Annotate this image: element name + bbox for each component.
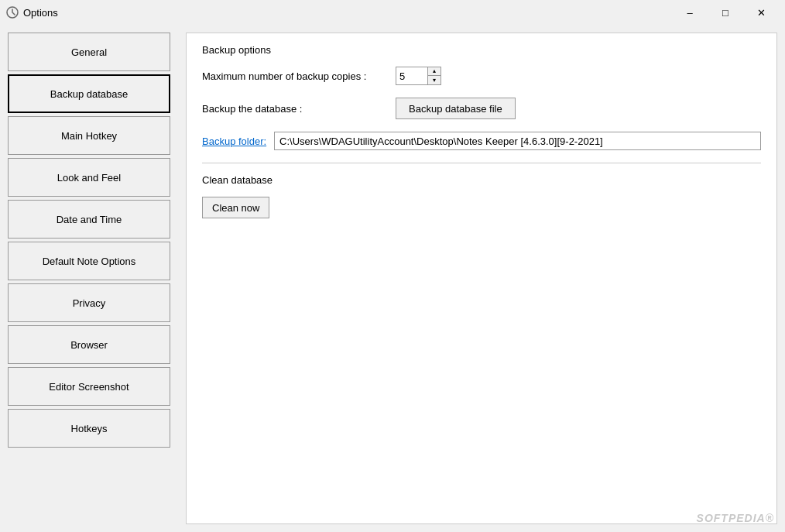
- app-icon: [6, 6, 19, 19]
- max-copies-label: Maximum number of backup copies :: [202, 70, 388, 82]
- backup-database-file-button[interactable]: Backup database file: [396, 98, 516, 119]
- sidebar-item-date-and-time[interactable]: Date and Time: [8, 200, 170, 239]
- window-controls: – □ ✕: [672, 0, 779, 25]
- backup-folder-link[interactable]: Backup folder:: [202, 136, 266, 147]
- clean-now-row: Clean now: [202, 197, 761, 218]
- sidebar-item-hotkeys[interactable]: Hotkeys: [8, 409, 170, 448]
- divider: [202, 163, 761, 163]
- watermark: SOFTPEDIA®: [697, 512, 774, 524]
- clean-now-button[interactable]: Clean now: [202, 197, 269, 218]
- backup-db-label: Backup the database :: [202, 103, 388, 115]
- close-button[interactable]: ✕: [743, 0, 779, 25]
- sidebar-item-backup-database[interactable]: Backup database: [8, 74, 170, 113]
- minimize-button[interactable]: –: [672, 0, 708, 25]
- max-copies-spinbox: ▴ ▾: [396, 67, 441, 85]
- maximize-icon: □: [722, 7, 728, 19]
- sidebar-item-main-hotkey[interactable]: Main Hotkey: [8, 116, 170, 155]
- spinbox-down-button[interactable]: ▾: [428, 76, 440, 84]
- backup-folder-path-input[interactable]: [274, 132, 761, 150]
- minimize-icon: –: [687, 7, 692, 19]
- title-bar: Options – □ ✕: [0, 0, 785, 25]
- backup-options-title: Backup options: [202, 44, 761, 56]
- sidebar-item-browser[interactable]: Browser: [8, 325, 170, 364]
- close-icon: ✕: [757, 7, 766, 19]
- main-content: General Backup database Main Hotkey Look…: [0, 25, 785, 532]
- sidebar-item-default-note-options[interactable]: Default Note Options: [8, 242, 170, 280]
- sidebar-item-look-and-feel[interactable]: Look and Feel: [8, 158, 170, 197]
- clean-database-title: Clean database: [202, 174, 761, 186]
- max-copies-row: Maximum number of backup copies : ▴ ▾: [202, 67, 761, 85]
- backup-db-row: Backup the database : Backup database fi…: [202, 98, 761, 119]
- sidebar-item-general[interactable]: General: [8, 33, 170, 71]
- max-copies-input[interactable]: [396, 67, 427, 84]
- spinbox-arrows: ▴ ▾: [427, 67, 440, 84]
- maximize-button[interactable]: □: [708, 0, 743, 25]
- backup-folder-row: Backup folder:: [202, 132, 761, 150]
- sidebar-item-editor-screenshot[interactable]: Editor Screenshot: [8, 367, 170, 406]
- content-panel: Backup options Maximum number of backup …: [186, 33, 777, 524]
- sidebar: General Backup database Main Hotkey Look…: [8, 33, 178, 524]
- spinbox-up-button[interactable]: ▴: [428, 67, 440, 76]
- window-title: Options: [23, 7, 672, 19]
- sidebar-item-privacy[interactable]: Privacy: [8, 283, 170, 322]
